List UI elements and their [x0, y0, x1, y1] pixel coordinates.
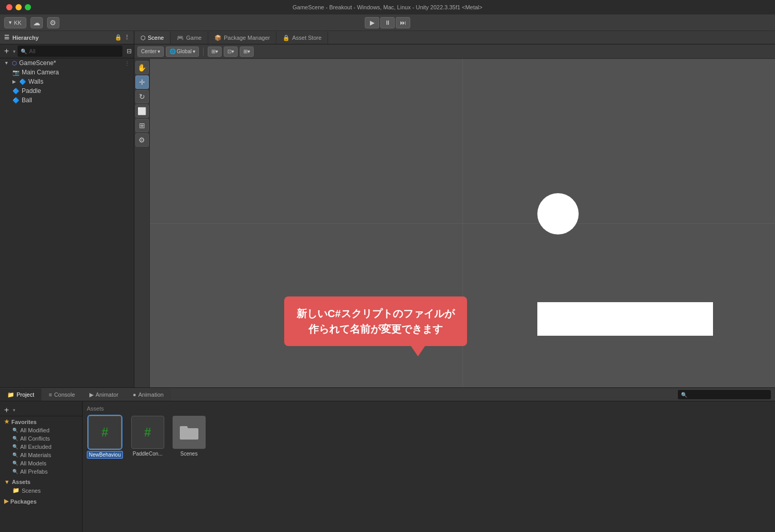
asset-paddlecon-label: PaddleCon... — [133, 451, 163, 457]
cs-file-icon-selected: # — [88, 416, 121, 449]
scene-more-icon[interactable]: ⋮ — [125, 60, 130, 66]
hierarchy-menu-icon: ☰ — [4, 34, 9, 41]
search-icon: 🔍 — [681, 392, 687, 398]
center-chevron-icon: ▾ — [158, 49, 160, 54]
hierarchy-more-icon[interactable]: ⋮ — [124, 34, 130, 41]
search-icon: 🔍 — [12, 452, 18, 458]
folder-icon: ▼ — [4, 479, 10, 485]
maximize-button[interactable] — [25, 4, 31, 10]
grid-button-3[interactable]: ⊞▾ — [240, 46, 254, 57]
settings-button[interactable]: ⚙ — [47, 17, 59, 28]
titlebar: GameScene - Breakout - Windows, Mac, Lin… — [0, 0, 775, 14]
project-sidebar: + ▾ ★ Favorites 🔍 All Modified 🔍 All Con… — [0, 401, 83, 532]
account-icon: ▾ — [9, 19, 12, 26]
center-button[interactable]: Center ▾ — [137, 46, 164, 57]
folder-icon: 📁 — [12, 487, 20, 494]
bottom-content: + ▾ ★ Favorites 🔍 All Modified 🔍 All Con… — [0, 401, 775, 532]
all-materials-item[interactable]: 🔍 All Materials — [4, 451, 78, 459]
hierarchy-ball-item[interactable]: 🔷 Ball — [0, 96, 134, 105]
global-button[interactable]: 🌐 Global ▾ — [166, 46, 199, 57]
camera-label: Main Camera — [22, 69, 59, 76]
close-button[interactable] — [6, 4, 12, 10]
hierarchy-camera-item[interactable]: 📷 Main Camera — [0, 68, 134, 77]
paddle-object — [537, 302, 713, 336]
asset-newbehaviour[interactable]: # NewBehaviou — [87, 416, 123, 459]
animation-tab[interactable]: ● Animation — [126, 388, 171, 401]
bottom-tabs: 📁 Project ≡ Console ▶ Animator ● Animati… — [0, 388, 775, 401]
hierarchy-paddle-item[interactable]: 🔷 Paddle — [0, 86, 134, 96]
search-icon: 🔍 — [12, 428, 18, 433]
hierarchy-minus-icon: ▾ — [13, 49, 16, 54]
hierarchy-walls-item[interactable]: ▶ 🔷 Walls — [0, 77, 134, 86]
all-prefabs-item[interactable]: 🔍 All Prefabs — [4, 467, 78, 476]
cloud-button[interactable]: ☁ — [30, 17, 43, 28]
grid-button-1[interactable]: ⊞▾ — [208, 46, 222, 57]
paddle-icon: 🔷 — [12, 88, 20, 95]
search-icon: 🔍 — [12, 461, 18, 466]
assets-header[interactable]: ▼ Assets — [4, 478, 78, 486]
hand-tool[interactable]: ✋ — [135, 61, 149, 74]
play-button[interactable]: ▶ — [365, 17, 379, 28]
scenes-folder-item[interactable]: 📁 Scenes — [4, 486, 78, 495]
window-buttons — [6, 4, 31, 10]
game-tab[interactable]: 🎮 Game — [171, 32, 208, 44]
project-add-button[interactable]: + — [2, 405, 11, 415]
hierarchy-filter-icon[interactable]: ⊟ — [127, 48, 132, 55]
all-models-item[interactable]: 🔍 All Models — [4, 459, 78, 467]
favorites-section: ★ Favorites 🔍 All Modified 🔍 All Conflic… — [0, 416, 82, 477]
animator-tab[interactable]: ▶ Animator — [82, 388, 126, 401]
project-add-row: + ▾ — [0, 404, 82, 416]
cloud-icon: ☁ — [33, 19, 40, 27]
hierarchy-scene-item[interactable]: ▼ ⬡ GameScene* ⋮ — [0, 58, 134, 68]
project-tab-icon: 📁 — [7, 392, 14, 398]
top-toolbar: ▾ KK ☁ ⚙ ▶ ⏸ ⏭ — [0, 14, 775, 31]
step-button[interactable]: ⏭ — [396, 17, 410, 28]
pause-button[interactable]: ⏸ — [380, 17, 395, 28]
asset-scenes[interactable]: Scenes — [173, 416, 206, 459]
all-conflicts-item[interactable]: 🔍 All Conflicts — [4, 434, 78, 443]
transform-tool[interactable]: ⚙ — [135, 133, 149, 147]
scene-tab[interactable]: ⬡ Scene — [134, 32, 171, 44]
paddle-label: Paddle — [22, 87, 41, 95]
hierarchy-search[interactable]: 🔍 All — [18, 45, 122, 57]
package-manager-icon: 📦 — [214, 35, 222, 41]
pause-icon: ⏸ — [384, 19, 391, 26]
hierarchy-lock-icon[interactable]: 🔒 — [115, 34, 122, 41]
rotate-tool[interactable]: ↻ — [135, 90, 149, 103]
hierarchy-panel: ☰ Hierarchy 🔒 ⋮ + ▾ 🔍 All ⊟ ▼ ⬡ GameScen… — [0, 31, 134, 387]
global-icon: 🌐 — [169, 49, 176, 54]
asset-store-tab[interactable]: 🔒 Asset Store — [276, 32, 328, 44]
rect-tool[interactable]: ⊞ — [135, 119, 149, 132]
package-manager-tab[interactable]: 📦 Package Manager — [208, 32, 276, 44]
project-tab[interactable]: 📁 Project — [0, 388, 41, 401]
account-button[interactable]: ▾ KK — [4, 17, 26, 28]
move-tool[interactable]: ✛ — [135, 75, 149, 89]
asset-newbehaviour-label[interactable]: NewBehaviou — [87, 451, 123, 459]
minimize-button[interactable] — [16, 4, 22, 10]
grid-button-2[interactable]: ⊡▾ — [224, 46, 238, 57]
walls-icon: 🔷 — [19, 79, 26, 85]
search-icon: 🔍 — [12, 444, 18, 449]
assets-area: Assets # NewBehaviou # PaddleCon... — [83, 401, 775, 532]
search-placeholder: All — [29, 48, 35, 54]
scene-view[interactable]: ✋ ✛ ↻ ⬜ ⊞ ⚙ 新しいC#スクリプトのファイルが 作られて名前が変更でき… — [134, 59, 775, 387]
tool-panel: ✋ ✛ ↻ ⬜ ⊞ ⚙ — [134, 59, 150, 387]
walls-expand-icon: ▶ — [12, 79, 16, 84]
console-tab[interactable]: ≡ Console — [41, 388, 82, 401]
editor-area: ⬡ Scene 🎮 Game 📦 Package Manager 🔒 Asset… — [134, 31, 775, 387]
all-excluded-item[interactable]: 🔍 All Excluded — [4, 443, 78, 451]
packages-expand-icon: ▶ — [4, 498, 8, 505]
ball-icon: 🔷 — [12, 97, 20, 104]
packages-header[interactable]: ▶ Packages — [4, 497, 78, 506]
asset-paddlecon[interactable]: # PaddleCon... — [131, 416, 164, 459]
cs-file-icon: # — [131, 416, 164, 449]
all-modified-item[interactable]: 🔍 All Modified — [4, 426, 78, 434]
scene-tab-icon: ⬡ — [141, 35, 146, 41]
hierarchy-add-button[interactable]: + — [2, 46, 11, 56]
bottom-search[interactable]: 🔍 — [678, 390, 771, 399]
scale-tool[interactable]: ⬜ — [135, 104, 149, 118]
ball-label: Ball — [22, 97, 32, 104]
bottom-area: 📁 Project ≡ Console ▶ Animator ● Animati… — [0, 387, 775, 532]
favorites-header[interactable]: ★ Favorites — [4, 417, 78, 426]
hierarchy-header-actions: 🔒 ⋮ — [115, 34, 130, 41]
